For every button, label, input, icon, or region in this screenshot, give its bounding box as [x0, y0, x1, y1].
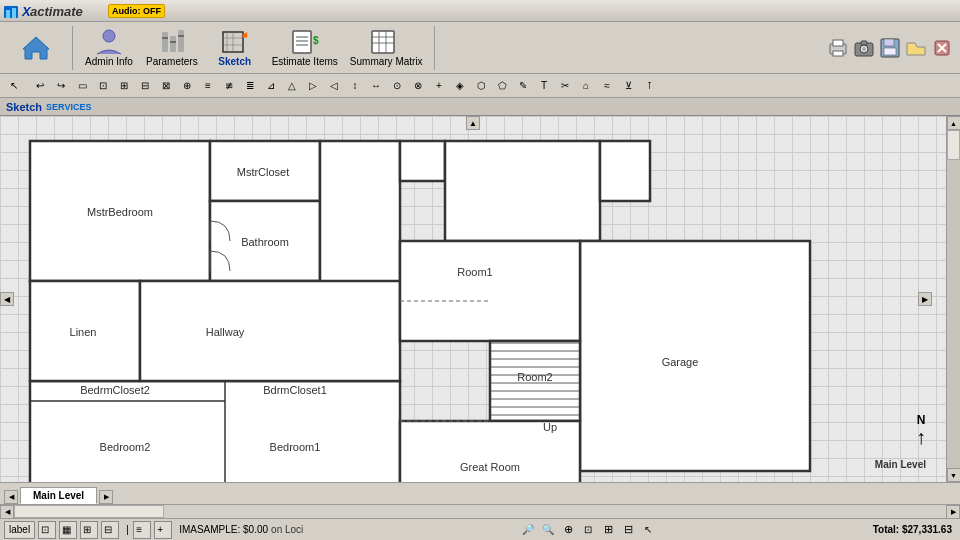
- tool16[interactable]: ⊙: [387, 76, 407, 96]
- tool22[interactable]: ✎: [513, 76, 533, 96]
- add-btn[interactable]: +: [154, 521, 172, 539]
- tab-scroll-left[interactable]: ◀: [4, 490, 18, 504]
- zoom-fit[interactable]: ⊡: [579, 521, 597, 539]
- tool15[interactable]: ↔: [366, 76, 386, 96]
- redo-btn[interactable]: ↪: [51, 76, 71, 96]
- parameters-button[interactable]: Parameters: [141, 25, 203, 70]
- bathroom-label: Bathroom: [241, 236, 289, 248]
- scroll-down-arrow[interactable]: ▼: [947, 468, 961, 482]
- bedroom2-label: Bedroom2: [100, 441, 151, 453]
- tool26[interactable]: ≈: [597, 76, 617, 96]
- estimate-items-button[interactable]: $ Estimate Items: [267, 25, 343, 70]
- snap-btn[interactable]: ⊡: [38, 521, 56, 539]
- tool23[interactable]: T: [534, 76, 554, 96]
- bedrm-closet2-label: BedrmCloset2: [80, 384, 150, 396]
- admin-info-button[interactable]: Admin Info: [79, 25, 139, 70]
- zoom-region[interactable]: ⊞: [599, 521, 617, 539]
- camera-icon[interactable]: [852, 36, 876, 60]
- scroll-track-v[interactable]: [947, 130, 960, 468]
- scroll-left[interactable]: ◀: [0, 292, 14, 306]
- tool21[interactable]: ⬠: [492, 76, 512, 96]
- list-btn[interactable]: ≡: [133, 521, 151, 539]
- tool19[interactable]: ◈: [450, 76, 470, 96]
- linen-label: Linen: [70, 326, 97, 338]
- hallway-label: Hallway: [206, 326, 245, 338]
- tool27[interactable]: ⊻: [618, 76, 638, 96]
- tool25[interactable]: ⌂: [576, 76, 596, 96]
- label-btn[interactable]: label: [4, 521, 35, 539]
- sketch-button[interactable]: Sketch: [205, 25, 265, 70]
- tool12[interactable]: ▷: [303, 76, 323, 96]
- tool14[interactable]: ↕: [345, 76, 365, 96]
- horizontal-scrollbar[interactable]: ◀ ▶: [0, 504, 960, 518]
- tool7[interactable]: ≡: [198, 76, 218, 96]
- tool13[interactable]: ◁: [324, 76, 344, 96]
- room2-label: Room2: [517, 371, 552, 383]
- grid-btn[interactable]: ▦: [59, 521, 77, 539]
- h-scroll-thumb[interactable]: [14, 505, 164, 518]
- tab-scroll-right[interactable]: ▶: [99, 490, 113, 504]
- sketch-canvas[interactable]: ◀ ▶ ▲: [0, 116, 946, 482]
- level-indicator: Main Level: [875, 459, 926, 470]
- cursor-tool[interactable]: ↖: [4, 76, 24, 96]
- summary-matrix-button[interactable]: Summary Matrix: [345, 25, 428, 70]
- on-loci-text: on Loci: [271, 524, 303, 535]
- tool10[interactable]: ⊿: [261, 76, 281, 96]
- view-btn[interactable]: ⊟: [101, 521, 119, 539]
- tool8[interactable]: ≢: [219, 76, 239, 96]
- open-icon[interactable]: [904, 36, 928, 60]
- main-level-tab[interactable]: Main Level: [20, 487, 97, 504]
- layout-btn[interactable]: ⊞: [80, 521, 98, 539]
- garage-label: Garage: [662, 356, 699, 368]
- tool5[interactable]: ⊠: [156, 76, 176, 96]
- rect-tool[interactable]: ▭: [72, 76, 92, 96]
- separator1: [25, 76, 29, 96]
- save-icon[interactable]: [878, 36, 902, 60]
- mstr-bedroom-label: MstrBedroom: [87, 206, 153, 218]
- tool9[interactable]: ≣: [240, 76, 260, 96]
- zoom-tool5[interactable]: ⊟: [619, 521, 637, 539]
- tool20[interactable]: ⬡: [471, 76, 491, 96]
- sample-label: IMASAMPLE: $0.00: [179, 524, 268, 535]
- tool2[interactable]: ⊡: [93, 76, 113, 96]
- cursor-status[interactable]: ↖: [639, 521, 657, 539]
- h-scroll-left[interactable]: ◀: [0, 505, 14, 519]
- xactimate-logo: X actimate: [4, 2, 104, 20]
- tool3[interactable]: ⊞: [114, 76, 134, 96]
- floor-tabs: ◀ Main Level ▶: [0, 482, 960, 504]
- secondary-toolbar: ↖ ↩ ↪ ▭ ⊡ ⊞ ⊟ ⊠ ⊕ ≡ ≢ ≣ ⊿ △ ▷ ◁ ↕ ↔ ⊙ ⊗ …: [0, 74, 960, 98]
- tool28[interactable]: ⊺: [639, 76, 659, 96]
- titlebar: X actimate Audio: OFF: [0, 0, 960, 22]
- tool18[interactable]: +: [429, 76, 449, 96]
- up-label: Up: [543, 421, 557, 433]
- tool4[interactable]: ⊟: [135, 76, 155, 96]
- tool24[interactable]: ✂: [555, 76, 575, 96]
- scroll-right[interactable]: ▶: [918, 292, 932, 306]
- h-scroll-right[interactable]: ▶: [946, 505, 960, 519]
- scroll-up-arrow[interactable]: ▲: [947, 116, 961, 130]
- zoom-tool1[interactable]: 🔎: [519, 521, 537, 539]
- summary-icon: [370, 28, 402, 56]
- zoom-out[interactable]: 🔍: [539, 521, 557, 539]
- tool11[interactable]: △: [282, 76, 302, 96]
- great-room-label: Great Room: [460, 461, 520, 473]
- statusbar: label ⊡ ▦ ⊞ ⊟ | ≡ + IMASAMPLE: $0.00 on …: [0, 518, 960, 540]
- parameters-label: Parameters: [146, 56, 198, 67]
- close-icon[interactable]: [930, 36, 954, 60]
- scroll-thumb-v[interactable]: [947, 130, 960, 160]
- tool6[interactable]: ⊕: [177, 76, 197, 96]
- svg-rect-30: [833, 51, 843, 56]
- home-button[interactable]: [6, 31, 66, 65]
- svg-text:$: $: [313, 35, 319, 46]
- tool17[interactable]: ⊗: [408, 76, 428, 96]
- svg-rect-34: [861, 41, 867, 45]
- bedrm-closet1-label: BdrmCloset1: [263, 384, 327, 396]
- undo-btn[interactable]: ↩: [30, 76, 50, 96]
- zoom-in[interactable]: ⊕: [559, 521, 577, 539]
- vertical-scrollbar[interactable]: ▲ ▼: [946, 116, 960, 482]
- mstr-closet-label: MstrCloset: [237, 166, 290, 178]
- estimate-items-label: Estimate Items: [272, 56, 338, 67]
- svg-rect-44: [320, 141, 400, 301]
- scroll-up[interactable]: ▲: [466, 116, 480, 130]
- print-icon[interactable]: [826, 36, 850, 60]
